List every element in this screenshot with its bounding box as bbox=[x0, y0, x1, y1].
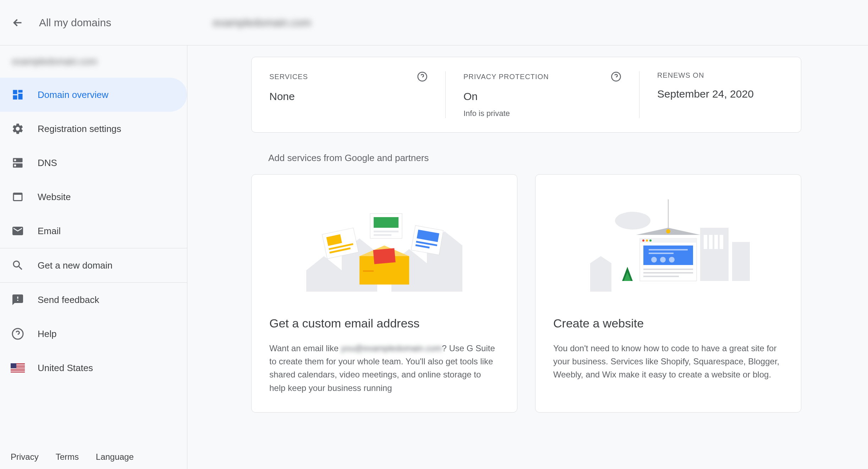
website-illustration bbox=[553, 189, 783, 302]
svg-point-36 bbox=[666, 229, 670, 233]
footer-privacy[interactable]: Privacy bbox=[11, 452, 39, 462]
footer-language[interactable]: Language bbox=[96, 452, 134, 462]
summary-privacy: PRIVACY PROTECTION On Info is private bbox=[445, 71, 639, 118]
svg-point-46 bbox=[660, 257, 666, 263]
svg-rect-29 bbox=[704, 235, 707, 249]
svg-point-27 bbox=[615, 212, 650, 230]
dashboard-icon bbox=[11, 88, 25, 102]
header-title[interactable]: All my domains bbox=[39, 17, 111, 29]
sidebar-item-label: DNS bbox=[38, 158, 57, 169]
search-icon bbox=[11, 258, 25, 272]
sidebar-item-label: Email bbox=[38, 226, 61, 237]
svg-point-45 bbox=[651, 257, 657, 263]
summary-value: None bbox=[269, 90, 428, 103]
card-title: Create a website bbox=[553, 316, 783, 330]
summary-label: SERVICES bbox=[269, 73, 308, 81]
sidebar-item-label: Website bbox=[38, 192, 71, 203]
svg-point-40 bbox=[646, 239, 648, 242]
dns-icon bbox=[11, 156, 25, 170]
sidebar-item-help[interactable]: Help bbox=[0, 317, 187, 351]
summary-card: SERVICES None PRIVACY PROTECTION On Info… bbox=[251, 57, 801, 133]
summary-label: RENEWS ON bbox=[657, 71, 704, 79]
summary-services: SERVICES None bbox=[252, 71, 445, 118]
header: All my domains exampledomain.com bbox=[0, 0, 868, 45]
sidebar-item-label: United States bbox=[38, 363, 93, 374]
service-card-email[interactable]: Get a custom email address Want an email… bbox=[251, 174, 517, 413]
sidebar-item-email[interactable]: Email bbox=[0, 214, 187, 248]
sidebar-item-label: Domain overview bbox=[38, 89, 108, 100]
header-left: All my domains bbox=[0, 16, 187, 30]
svg-rect-3 bbox=[13, 95, 17, 100]
flag-us-icon bbox=[11, 361, 25, 375]
summary-value: September 24, 2020 bbox=[657, 88, 783, 100]
svg-rect-1 bbox=[18, 90, 23, 93]
svg-point-41 bbox=[649, 239, 652, 242]
card-title: Get a custom email address bbox=[269, 316, 499, 330]
svg-rect-2 bbox=[18, 94, 23, 100]
website-icon bbox=[11, 190, 25, 204]
feedback-icon bbox=[11, 293, 25, 307]
email-icon bbox=[11, 224, 25, 238]
footer-terms[interactable]: Terms bbox=[56, 452, 79, 462]
sidebar-item-get-new-domain[interactable]: Get a new domain bbox=[0, 248, 187, 282]
summary-renews: RENEWS ON September 24, 2020 bbox=[639, 71, 801, 118]
back-arrow-icon[interactable] bbox=[11, 16, 25, 30]
service-cards-row: Get a custom email address Want an email… bbox=[251, 174, 801, 413]
svg-rect-49 bbox=[643, 272, 693, 274]
header-domain-name: exampledomain.com bbox=[213, 17, 311, 29]
sidebar-item-domain-overview[interactable]: Domain overview bbox=[0, 78, 187, 112]
sidebar-item-send-feedback[interactable]: Send feedback bbox=[0, 283, 187, 317]
svg-rect-38 bbox=[640, 238, 697, 243]
help-icon[interactable] bbox=[611, 71, 621, 82]
summary-label: PRIVACY PROTECTION bbox=[463, 73, 549, 81]
sidebar-item-label: Help bbox=[38, 329, 56, 340]
svg-rect-44 bbox=[649, 253, 674, 254]
svg-rect-14 bbox=[373, 248, 395, 264]
svg-point-39 bbox=[642, 239, 644, 242]
main-content: SERVICES None PRIVACY PROTECTION On Info… bbox=[187, 45, 868, 469]
sidebar-item-label: Get a new domain bbox=[38, 260, 112, 271]
svg-rect-43 bbox=[649, 249, 688, 250]
svg-rect-31 bbox=[714, 235, 718, 249]
sidebar: exampledomain.com Domain overview Regist… bbox=[0, 45, 187, 469]
svg-rect-33 bbox=[732, 242, 750, 281]
card-body-blur: you@exampledomain.com bbox=[341, 343, 442, 353]
sidebar-item-website[interactable]: Website bbox=[0, 180, 187, 214]
svg-rect-12 bbox=[363, 270, 374, 272]
svg-rect-50 bbox=[643, 276, 679, 277]
svg-point-47 bbox=[669, 257, 675, 263]
section-title: Add services from Google and partners bbox=[268, 153, 868, 164]
gear-icon bbox=[11, 122, 25, 136]
card-body-prefix: Want an email like bbox=[269, 343, 341, 353]
svg-rect-48 bbox=[643, 269, 693, 270]
summary-subtext: Info is private bbox=[463, 109, 621, 118]
footer-links: Privacy Terms Language bbox=[11, 452, 134, 462]
sidebar-item-label: Send feedback bbox=[38, 294, 99, 305]
svg-rect-30 bbox=[709, 235, 713, 249]
help-icon bbox=[11, 327, 25, 341]
service-card-website[interactable]: Create a website You don't need to know … bbox=[535, 174, 801, 413]
sidebar-item-region[interactable]: United States bbox=[0, 351, 187, 385]
sidebar-item-dns[interactable]: DNS bbox=[0, 146, 187, 180]
svg-rect-22 bbox=[374, 234, 391, 236]
sidebar-domain-name: exampledomain.com bbox=[0, 45, 187, 78]
help-icon[interactable] bbox=[417, 71, 428, 82]
sidebar-item-registration-settings[interactable]: Registration settings bbox=[0, 112, 187, 146]
svg-rect-0 bbox=[13, 90, 17, 94]
svg-rect-20 bbox=[374, 217, 399, 228]
card-body: Want an email like you@exampledomain.com… bbox=[269, 342, 499, 394]
summary-value: On bbox=[463, 90, 621, 103]
card-body: You don't need to know how to code to ha… bbox=[553, 342, 783, 381]
email-illustration bbox=[269, 189, 499, 302]
svg-rect-32 bbox=[720, 235, 723, 249]
svg-rect-21 bbox=[374, 231, 399, 232]
sidebar-item-label: Registration settings bbox=[38, 123, 121, 134]
svg-rect-42 bbox=[643, 245, 693, 265]
